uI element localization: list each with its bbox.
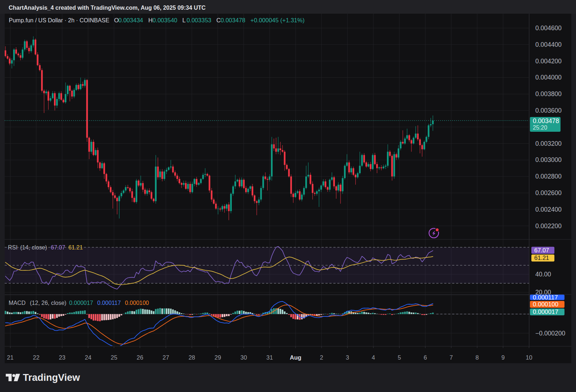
svg-text:0.000117: 0.000117 bbox=[97, 300, 121, 306]
svg-text:25:20: 25:20 bbox=[533, 125, 547, 131]
svg-text:21: 21 bbox=[7, 354, 13, 361]
svg-text:61.21: 61.21 bbox=[534, 254, 549, 261]
svg-text:0.000017: 0.000017 bbox=[69, 300, 93, 306]
svg-text:61.21: 61.21 bbox=[68, 244, 83, 251]
svg-text:Aug: Aug bbox=[290, 354, 301, 361]
svg-text:25: 25 bbox=[111, 354, 117, 361]
svg-text:0.003353: 0.003353 bbox=[186, 17, 211, 23]
svg-text:0.004200: 0.004200 bbox=[535, 58, 562, 65]
svg-text:0.002600: 0.002600 bbox=[535, 189, 562, 197]
svg-text:0.003434: 0.003434 bbox=[118, 17, 143, 23]
svg-text:26: 26 bbox=[137, 354, 143, 361]
svg-text:6: 6 bbox=[424, 354, 427, 361]
svg-text:7: 7 bbox=[450, 354, 453, 361]
svg-text:+0.000045 (+1.31%): +0.000045 (+1.31%) bbox=[251, 17, 305, 23]
svg-text:23: 23 bbox=[59, 354, 65, 361]
svg-text:22: 22 bbox=[33, 354, 39, 361]
svg-text:0.004000: 0.004000 bbox=[535, 74, 562, 81]
svg-text:TradingView: TradingView bbox=[23, 372, 81, 383]
svg-text:0.003478: 0.003478 bbox=[533, 117, 559, 125]
svg-text:29: 29 bbox=[215, 354, 221, 361]
svg-text:24: 24 bbox=[85, 354, 91, 361]
svg-text:8: 8 bbox=[476, 354, 479, 361]
svg-text:5: 5 bbox=[398, 354, 401, 361]
svg-text:RSI: RSI bbox=[8, 244, 18, 251]
svg-text:40.00: 40.00 bbox=[535, 271, 551, 278]
svg-text:H: H bbox=[148, 17, 153, 23]
svg-text:(14, close): (14, close) bbox=[20, 244, 47, 251]
svg-text:0.000017: 0.000017 bbox=[533, 308, 558, 315]
svg-text:0.003478: 0.003478 bbox=[221, 17, 246, 23]
svg-text:30: 30 bbox=[240, 354, 247, 361]
svg-text:3: 3 bbox=[346, 354, 349, 361]
svg-text:ChartAnalysis_4 created with T: ChartAnalysis_4 created with TradingView… bbox=[9, 5, 206, 11]
svg-text:0.003540: 0.003540 bbox=[153, 17, 177, 23]
svg-text:0.004600: 0.004600 bbox=[535, 24, 562, 32]
svg-text:0.000117: 0.000117 bbox=[533, 294, 558, 301]
svg-text:Pump.fun / US Dollar · 2h · CO: Pump.fun / US Dollar · 2h · COINBASE bbox=[9, 17, 109, 23]
svg-text:2: 2 bbox=[320, 354, 323, 361]
svg-text:28: 28 bbox=[189, 354, 195, 361]
svg-text:0.002800: 0.002800 bbox=[535, 173, 562, 180]
svg-text:4: 4 bbox=[372, 354, 375, 361]
svg-text:MACD: MACD bbox=[9, 300, 26, 306]
svg-text:0.002200: 0.002200 bbox=[535, 222, 562, 230]
svg-text:0.000100: 0.000100 bbox=[533, 301, 558, 308]
svg-text:C: C bbox=[216, 17, 221, 23]
svg-text:0.002400: 0.002400 bbox=[535, 206, 562, 213]
svg-text:−0.000200: −0.000200 bbox=[535, 330, 565, 337]
svg-text:L: L bbox=[183, 17, 186, 23]
svg-text:67.07: 67.07 bbox=[51, 244, 65, 251]
svg-text:10: 10 bbox=[526, 354, 532, 361]
svg-text:0.003000: 0.003000 bbox=[535, 156, 562, 163]
svg-text:27: 27 bbox=[163, 354, 169, 361]
svg-text:9: 9 bbox=[501, 354, 505, 361]
svg-text:31: 31 bbox=[266, 354, 273, 361]
svg-text:67.07: 67.07 bbox=[534, 247, 549, 253]
svg-text:0.003800: 0.003800 bbox=[535, 90, 562, 98]
svg-text:0.000100: 0.000100 bbox=[125, 300, 149, 306]
svg-text:0.003200: 0.003200 bbox=[535, 140, 562, 147]
svg-text:(12, 26, close): (12, 26, close) bbox=[30, 300, 66, 306]
svg-text:0.004400: 0.004400 bbox=[535, 41, 562, 48]
svg-text:0.003600: 0.003600 bbox=[535, 107, 562, 114]
